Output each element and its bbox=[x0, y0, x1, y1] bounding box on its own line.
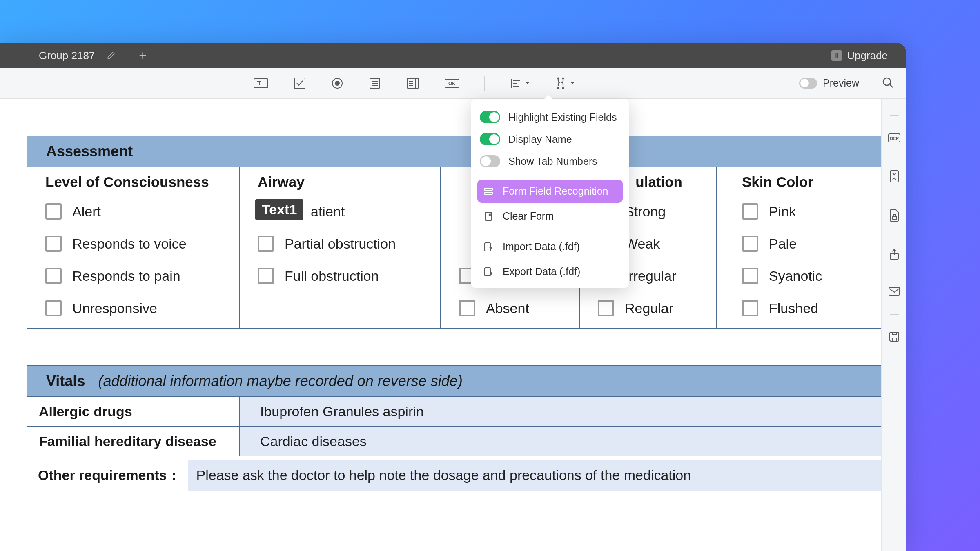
menu-export-data[interactable]: Export Data (.fdf) bbox=[477, 260, 623, 283]
checkbox-label: Weak bbox=[625, 236, 660, 252]
checkbox-label: Flushed bbox=[769, 300, 818, 316]
svg-point-3 bbox=[335, 81, 339, 85]
toolbar-separator bbox=[484, 76, 485, 91]
list-tool-icon[interactable] bbox=[368, 77, 381, 90]
combo-tool-icon[interactable] bbox=[406, 77, 420, 90]
upgrade-label: Upgrade bbox=[847, 49, 888, 62]
checkbox[interactable] bbox=[45, 236, 62, 252]
vitals-table: Vitals (additional information maybe rec… bbox=[27, 365, 881, 456]
table-header: Assessment bbox=[27, 136, 881, 167]
checkbox-row: Alert bbox=[45, 203, 230, 220]
preview-label: Preview bbox=[823, 77, 859, 89]
checkbox-label: Irregular bbox=[625, 268, 677, 284]
checkbox[interactable] bbox=[742, 268, 758, 284]
row-value-field[interactable]: Please ask the doctor to help note the d… bbox=[188, 460, 881, 491]
toggle-switch[interactable] bbox=[480, 133, 500, 145]
vitals-note: (additional information maybe recorded o… bbox=[98, 373, 462, 389]
text-field-tool-icon[interactable] bbox=[253, 77, 269, 90]
svg-rect-13 bbox=[484, 188, 492, 190]
upgrade-button[interactable]: II Upgrade bbox=[831, 49, 888, 62]
menu-display-name[interactable]: Display Name bbox=[477, 128, 623, 150]
compress-icon[interactable] bbox=[888, 169, 900, 185]
menu-show-tab-numbers[interactable]: Show Tab Numbers bbox=[477, 150, 623, 172]
pencil-icon[interactable] bbox=[107, 51, 115, 60]
row-label: Familial hereditary disease bbox=[27, 427, 240, 456]
search-icon[interactable] bbox=[881, 76, 894, 91]
form-tools-dropdown[interactable] bbox=[555, 77, 575, 90]
checkbox[interactable] bbox=[258, 236, 274, 252]
svg-rect-20 bbox=[890, 171, 898, 182]
column-airway: Airway atient Text1 Partial obstruction bbox=[240, 167, 441, 328]
save-icon[interactable] bbox=[888, 331, 900, 344]
checkbox[interactable] bbox=[742, 203, 758, 220]
radio-tool-icon[interactable] bbox=[331, 77, 344, 90]
svg-text:OK: OK bbox=[448, 81, 456, 87]
column-title: Airway bbox=[258, 174, 431, 190]
checkbox[interactable] bbox=[742, 236, 758, 252]
menu-label: Highlight Existing Fields bbox=[508, 111, 617, 123]
checkbox-row: Responds to voice bbox=[45, 236, 230, 252]
menu-clear-form[interactable]: Clear Form bbox=[477, 204, 623, 228]
checkbox-row: Syanotic bbox=[742, 268, 842, 284]
row-value-field[interactable]: Ibuprofen Granules aspirin bbox=[240, 397, 881, 426]
checkbox[interactable] bbox=[258, 268, 274, 284]
vitals-header: Vitals (additional information maybe rec… bbox=[27, 366, 881, 396]
export-icon bbox=[482, 267, 494, 277]
svg-rect-0 bbox=[254, 79, 268, 88]
menu-highlight-fields[interactable]: Highlight Existing Fields bbox=[477, 106, 623, 128]
field-name-tag[interactable]: Text1 bbox=[255, 199, 303, 220]
other-requirements-row: Other requirements： Please ask the docto… bbox=[27, 460, 881, 491]
sidebar-separator bbox=[890, 115, 899, 116]
menu-import-data[interactable]: Import Data (.fdf) bbox=[477, 235, 623, 258]
svg-rect-17 bbox=[485, 268, 490, 276]
share-icon[interactable] bbox=[888, 248, 900, 262]
checkbox-row: Regular bbox=[598, 300, 707, 316]
checkbox-tool-icon[interactable] bbox=[293, 77, 306, 90]
assessment-table: Assessment Level of Consciousness Alert … bbox=[27, 136, 881, 329]
row-value-field[interactable]: Cardiac diseases bbox=[240, 427, 881, 456]
ocr-icon[interactable]: OCR bbox=[887, 132, 901, 146]
mail-icon[interactable] bbox=[888, 286, 901, 298]
preview-toggle[interactable]: Preview bbox=[799, 77, 859, 89]
align-dropdown[interactable] bbox=[510, 77, 530, 89]
checkbox[interactable] bbox=[598, 300, 614, 316]
toggle-switch[interactable] bbox=[480, 155, 500, 167]
toolbar: OK Preview Highlight Existing Fields bbox=[0, 68, 906, 99]
toggle-switch[interactable] bbox=[480, 111, 500, 123]
svg-rect-24 bbox=[890, 332, 899, 341]
checkbox[interactable] bbox=[742, 300, 758, 316]
checkbox-label: Full obstruction bbox=[285, 268, 379, 284]
svg-rect-21 bbox=[893, 216, 897, 220]
checkbox[interactable] bbox=[45, 300, 62, 316]
checkbox-row: Flushed bbox=[742, 300, 842, 316]
checkbox-label: Pink bbox=[769, 204, 796, 220]
checkbox-label: Responds to voice bbox=[72, 236, 187, 252]
document-tab[interactable]: Group 2187 bbox=[0, 43, 127, 68]
button-tool-icon[interactable]: OK bbox=[444, 77, 460, 89]
checkbox-label: Strong bbox=[625, 204, 666, 220]
import-icon bbox=[482, 242, 494, 252]
menu-label: Display Name bbox=[508, 133, 572, 145]
svg-point-12 bbox=[883, 78, 891, 85]
column-skin: Skin Color Pink Pale Syanotic bbox=[717, 167, 851, 328]
preview-switch[interactable] bbox=[799, 78, 817, 89]
vitals-title: Vitals bbox=[46, 373, 85, 389]
checkbox-row: Partial obstruction bbox=[258, 236, 431, 252]
svg-rect-15 bbox=[485, 212, 492, 220]
vitals-row: Familial hereditary disease Cardiac dise… bbox=[27, 426, 881, 456]
checkbox-label: Absent bbox=[486, 300, 529, 316]
clear-form-icon bbox=[482, 211, 494, 222]
menu-form-field-recognition[interactable]: Form Field Recognition bbox=[477, 180, 623, 203]
document-canvas[interactable]: Assessment Level of Consciousness Alert … bbox=[0, 99, 881, 551]
lock-file-icon[interactable] bbox=[888, 209, 900, 224]
vitals-row: Allergic drugs Ibuprofen Granules aspiri… bbox=[27, 396, 881, 426]
row-label: Allergic drugs bbox=[27, 397, 240, 426]
checkbox[interactable] bbox=[459, 300, 475, 316]
add-tab-button[interactable]: + bbox=[139, 48, 147, 63]
checkbox[interactable] bbox=[45, 203, 62, 220]
checkbox-row: Unresponsive bbox=[45, 300, 230, 316]
checkbox[interactable] bbox=[45, 268, 62, 284]
form-tools-menu: Highlight Existing Fields Display Name S… bbox=[471, 99, 629, 288]
svg-rect-16 bbox=[485, 243, 490, 251]
svg-point-9 bbox=[562, 77, 564, 79]
